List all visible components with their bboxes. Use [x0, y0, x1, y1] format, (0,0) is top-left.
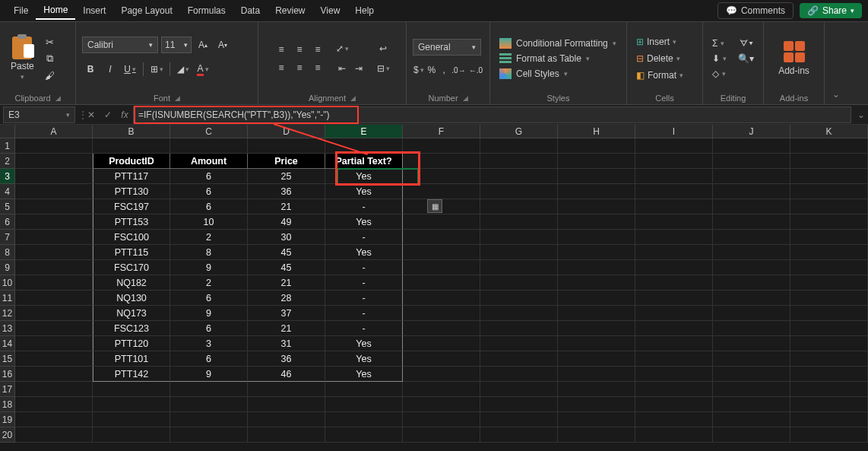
- cell-F13[interactable]: [403, 321, 480, 336]
- autosum-button[interactable]: Σ▾ᗊ▾: [709, 37, 757, 50]
- cell-D7[interactable]: 30: [248, 230, 325, 245]
- cell-C9[interactable]: 9: [170, 260, 248, 275]
- font-color-button[interactable]: A: [195, 61, 211, 78]
- cell-J19[interactable]: [713, 412, 790, 427]
- cell-I16[interactable]: [635, 367, 713, 382]
- col-header-F[interactable]: F: [403, 125, 480, 138]
- align-top-button[interactable]: ≡: [273, 41, 290, 58]
- cell-D3[interactable]: 25: [248, 169, 325, 184]
- cell-B12[interactable]: NQ173: [93, 306, 170, 321]
- cell-B19[interactable]: [93, 412, 170, 427]
- cell-F9[interactable]: [403, 260, 480, 275]
- cell-C11[interactable]: 6: [170, 291, 248, 306]
- cell-J17[interactable]: [713, 382, 790, 397]
- cell-H2[interactable]: [558, 154, 635, 169]
- row-header-4[interactable]: 4: [0, 184, 15, 199]
- cell-B17[interactable]: [93, 382, 170, 397]
- cell-E1[interactable]: [325, 138, 403, 154]
- cell-H8[interactable]: [558, 245, 635, 260]
- row-header-16[interactable]: 16: [0, 367, 15, 382]
- font-size-select[interactable]: 11▾: [161, 37, 192, 53]
- cell-A7[interactable]: [15, 230, 93, 245]
- cell-F19[interactable]: [403, 412, 480, 427]
- cell-H12[interactable]: [558, 306, 635, 321]
- cell-I9[interactable]: [635, 260, 713, 275]
- cell-E20[interactable]: [325, 427, 403, 443]
- cell-K20[interactable]: [790, 427, 868, 443]
- cell-A3[interactable]: [15, 169, 93, 184]
- cell-E11[interactable]: -: [325, 291, 403, 306]
- cell-F12[interactable]: [403, 306, 480, 321]
- cell-I12[interactable]: [635, 306, 713, 321]
- menu-home[interactable]: Home: [36, 2, 75, 20]
- cell-K4[interactable]: [790, 184, 868, 199]
- cell-C20[interactable]: [170, 427, 248, 443]
- cell-A8[interactable]: [15, 245, 93, 260]
- format-as-table-button[interactable]: Format as Table▾: [496, 52, 620, 65]
- cell-E16[interactable]: Yes: [325, 367, 403, 382]
- cell-D16[interactable]: 46: [248, 367, 325, 382]
- cell-J6[interactable]: [713, 214, 790, 230]
- cell-C4[interactable]: 6: [170, 184, 248, 199]
- cell-B13[interactable]: FSC123: [93, 321, 170, 336]
- cell-I15[interactable]: [635, 351, 713, 367]
- cell-A2[interactable]: [15, 154, 93, 169]
- cell-E3[interactable]: Yes: [325, 169, 403, 184]
- merge-button[interactable]: ⊟: [375, 60, 391, 77]
- cell-J8[interactable]: [713, 245, 790, 260]
- cell-C10[interactable]: 2: [170, 275, 248, 291]
- cell-F18[interactable]: [403, 397, 480, 412]
- cell-E13[interactable]: -: [325, 321, 403, 336]
- align-left-button[interactable]: ≡: [273, 59, 290, 76]
- expand-formula-bar-button[interactable]: ⌄: [854, 110, 868, 120]
- cell-K12[interactable]: [790, 306, 868, 321]
- col-header-E[interactable]: E: [325, 125, 403, 138]
- cell-G3[interactable]: [480, 169, 558, 184]
- cell-E19[interactable]: [325, 412, 403, 427]
- cell-I4[interactable]: [635, 184, 713, 199]
- number-format-select[interactable]: General▾: [413, 39, 481, 56]
- cell-D14[interactable]: 31: [248, 336, 325, 351]
- font-name-select[interactable]: Calibri▾: [82, 37, 158, 53]
- cell-K11[interactable]: [790, 291, 868, 306]
- cell-B11[interactable]: NQ130: [93, 291, 170, 306]
- col-header-I[interactable]: I: [635, 125, 713, 138]
- col-header-D[interactable]: D: [248, 125, 325, 138]
- cell-C7[interactable]: 2: [170, 230, 248, 245]
- cell-K15[interactable]: [790, 351, 868, 367]
- bold-button[interactable]: B: [82, 61, 99, 78]
- cell-K2[interactable]: [790, 154, 868, 169]
- cell-J20[interactable]: [713, 427, 790, 443]
- cell-J12[interactable]: [713, 306, 790, 321]
- col-header-A[interactable]: A: [15, 125, 93, 138]
- cell-C5[interactable]: 6: [170, 199, 248, 214]
- cell-C15[interactable]: 6: [170, 351, 248, 367]
- sort-filter-button[interactable]: ᗊ▾: [740, 38, 754, 49]
- cell-D10[interactable]: 21: [248, 275, 325, 291]
- cell-J13[interactable]: [713, 321, 790, 336]
- row-header-15[interactable]: 15: [0, 351, 15, 367]
- autofill-options-button[interactable]: ▦: [427, 199, 442, 213]
- find-select-button[interactable]: 🔍▾: [738, 53, 754, 64]
- cell-I3[interactable]: [635, 169, 713, 184]
- cell-K14[interactable]: [790, 336, 868, 351]
- row-header-1[interactable]: 1: [0, 138, 15, 154]
- cell-G1[interactable]: [480, 138, 558, 154]
- cell-J1[interactable]: [713, 138, 790, 154]
- cell-K1[interactable]: [790, 138, 868, 154]
- insert-cells-button[interactable]: ⊞Insert▾: [633, 35, 696, 49]
- cell-E5[interactable]: -: [325, 199, 403, 214]
- cell-J2[interactable]: [713, 154, 790, 169]
- row-header-10[interactable]: 10: [0, 275, 15, 291]
- col-header-H[interactable]: H: [558, 125, 635, 138]
- cell-I11[interactable]: [635, 291, 713, 306]
- cell-F6[interactable]: [403, 214, 480, 230]
- dialog-launcher-icon[interactable]: ◢: [463, 94, 468, 102]
- row-header-13[interactable]: 13: [0, 321, 15, 336]
- cell-C12[interactable]: 9: [170, 306, 248, 321]
- cell-G6[interactable]: [480, 214, 558, 230]
- menu-insert[interactable]: Insert: [75, 2, 113, 19]
- cell-A20[interactable]: [15, 427, 93, 443]
- menu-review[interactable]: Review: [268, 2, 312, 19]
- cell-K7[interactable]: [790, 230, 868, 245]
